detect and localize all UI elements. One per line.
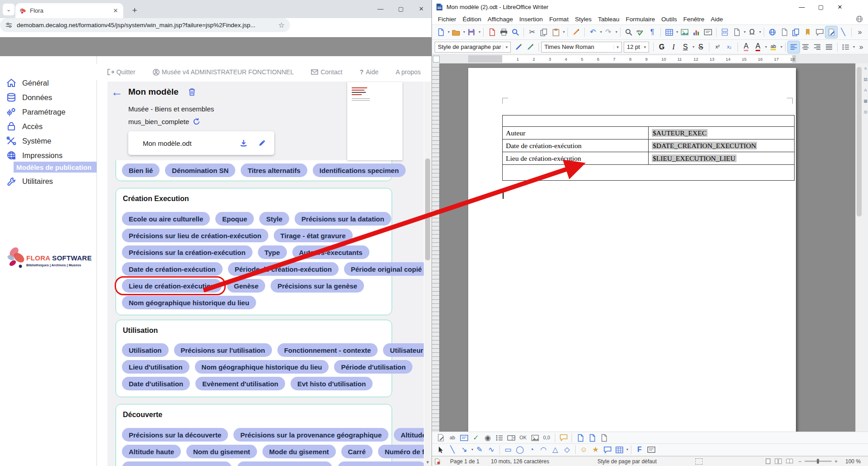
combo-box-control-icon[interactable] (505, 432, 517, 444)
app-link-musee-v4-administrateur-foncti[interactable]: Musée v4 ADMINISTRATEUR FONCTIONNEL (153, 68, 294, 76)
zoom-out-icon[interactable]: − (798, 458, 801, 465)
align-right-icon[interactable] (811, 41, 823, 53)
site-settings-icon[interactable] (5, 22, 12, 29)
text-box-icon[interactable] (645, 444, 657, 456)
zoom-slider-knob[interactable] (817, 459, 819, 464)
flowchart-icon[interactable]: ▾ (613, 444, 625, 456)
writer-minimize-button[interactable]: — (792, 0, 811, 14)
field-chip[interactable]: Altitude basse (394, 428, 424, 442)
menu-fichier[interactable]: Fichier (435, 14, 460, 24)
field-chip[interactable]: Evènement d'utilisation (195, 377, 285, 390)
single-page-view-icon[interactable] (766, 458, 771, 464)
selection-mode-icon[interactable] (695, 458, 703, 465)
update-style-icon[interactable] (513, 41, 524, 53)
field-chip[interactable]: Fonctionnement - contexte (277, 343, 378, 357)
field-chip[interactable]: Utilisation (122, 343, 169, 357)
refresh-icon[interactable] (193, 118, 200, 125)
triangle-icon[interactable]: △ (549, 444, 561, 456)
align-justify-icon[interactable] (823, 41, 835, 53)
arc-icon[interactable]: ◠ (538, 444, 549, 456)
menu-tableau[interactable]: Tableau (595, 14, 622, 24)
field-chip[interactable]: Date d'utilisation (122, 377, 190, 390)
hyperlink-icon[interactable] (766, 26, 778, 38)
field-chip[interactable]: Style (259, 212, 289, 226)
field-chip[interactable]: Utilisateur (383, 343, 424, 357)
text-box-control-icon[interactable] (458, 432, 470, 444)
bold-icon[interactable]: G (656, 41, 668, 53)
field-chip[interactable]: Précisions sur la création-exécution (122, 245, 252, 259)
option-button-control-icon[interactable]: ◉ (482, 432, 494, 444)
insert-line-icon[interactable]: ╲ (837, 26, 849, 38)
formatted-field-icon[interactable]: 0,0 (541, 432, 553, 444)
field-chip[interactable]: Altitude haute (122, 445, 181, 458)
label-control-icon[interactable]: ab (446, 432, 458, 444)
field-chip[interactable]: Précisions sur la genèse (271, 279, 364, 293)
sidebar-item-utilitaires[interactable]: Utilitaires (0, 174, 97, 188)
edit-file-icon[interactable] (258, 139, 266, 147)
sidebar-item-systeme[interactable]: Système (0, 134, 97, 148)
curve-icon[interactable]: ∿ (485, 444, 497, 456)
field-chip[interactable]: Période original copié (344, 262, 424, 276)
field-chip[interactable]: Couche - unité statigraphique (122, 461, 232, 466)
navigator-deck-icon[interactable]: ◎ (864, 110, 868, 114)
font-color-icon[interactable]: A▾ (752, 41, 764, 53)
table-cell-field-value[interactable]: $AUTEUR_EXEC (652, 129, 708, 137)
delete-model-icon[interactable] (188, 87, 196, 96)
sidebar-settings-icon[interactable]: ≡ (864, 66, 867, 71)
field-chip[interactable]: Lieu de création-exécution (122, 279, 222, 293)
footnote-icon[interactable] (778, 26, 790, 38)
zoom-in-icon[interactable]: + (834, 458, 838, 465)
table-cell-label[interactable]: Auteur (503, 127, 649, 139)
table-cell-value[interactable]: $LIEU_EXECUTION_LIEU (649, 152, 795, 165)
field-chip[interactable]: Lieu d'utilisation (122, 360, 189, 374)
status-page[interactable]: Page 1 de 1 (450, 458, 480, 465)
field-chip[interactable]: Précisions sur l'utilisation (174, 343, 272, 357)
new-style-icon[interactable] (524, 41, 536, 53)
align-left-icon[interactable] (788, 41, 800, 53)
table-cell-label[interactable]: Lieu de création-exécution (503, 152, 649, 165)
language-globe-icon[interactable] (856, 15, 863, 23)
highlight-color-icon[interactable]: ab▾ (767, 41, 779, 53)
field-chip[interactable]: Auteurs-executants (292, 245, 369, 259)
insert-footer-icon[interactable] (586, 432, 598, 444)
field-chip[interactable]: Ecole ou aire culturelle (122, 212, 210, 226)
insert-field-icon[interactable]: ▾ (731, 26, 742, 38)
browser-close-button[interactable]: ✕ (411, 0, 432, 17)
clear-formatting-icon[interactable]: A (740, 41, 752, 53)
download-file-icon[interactable] (239, 139, 248, 148)
field-chip[interactable]: Titres alternatifs (241, 163, 307, 177)
spellcheck-icon[interactable]: abc (635, 26, 646, 38)
sidebar-item-donnees[interactable]: Données (0, 91, 97, 104)
print-preview-icon[interactable] (509, 26, 521, 38)
ellipse-icon[interactable]: ◯ (514, 444, 526, 456)
field-chip[interactable]: Précisions sur la provenance géographiqu… (233, 428, 388, 442)
insert-chart-icon[interactable] (690, 26, 702, 38)
table-cell-value[interactable]: $DATE_CREATION_EXECUTION (649, 139, 795, 152)
menu-edition[interactable]: Édition (460, 14, 485, 24)
vertical-ruler[interactable] (432, 63, 439, 432)
menu-format[interactable]: Format (546, 14, 572, 24)
field-chip[interactable]: Numéro de fouille (378, 445, 424, 458)
insert-image-icon[interactable] (679, 26, 690, 38)
bookmark-star-icon[interactable]: ☆ (278, 21, 285, 29)
italic-icon[interactable]: I (668, 41, 679, 53)
smiley-icon[interactable]: ☺ (578, 444, 590, 456)
fontwork-icon[interactable]: F (634, 444, 645, 456)
field-chip[interactable]: Genèse (227, 279, 265, 293)
multi-page-view-icon[interactable] (775, 458, 782, 464)
gallery-deck-icon[interactable]: ▦ (863, 99, 868, 103)
toolbar-overflow-icon[interactable]: » (854, 26, 866, 38)
cross-reference-icon[interactable] (790, 26, 802, 38)
table-empty-row[interactable] (503, 115, 795, 127)
browser-minimize-button[interactable]: — (370, 0, 391, 17)
star-icon[interactable]: ★ (590, 444, 601, 456)
clone-formatting-icon[interactable] (570, 26, 582, 38)
print-icon[interactable] (498, 26, 509, 38)
writer-close-button[interactable]: ✕ (830, 0, 849, 14)
field-chip[interactable]: Précisions sur la découverte (122, 428, 228, 442)
writer-maximize-button[interactable]: ▢ (811, 0, 830, 14)
field-chip[interactable]: Carré (341, 445, 373, 458)
field-chip[interactable]: Période de création-exécution (228, 262, 339, 276)
back-arrow-icon[interactable]: ← (111, 85, 123, 99)
field-chip[interactable]: Nom du gisement (186, 445, 257, 458)
